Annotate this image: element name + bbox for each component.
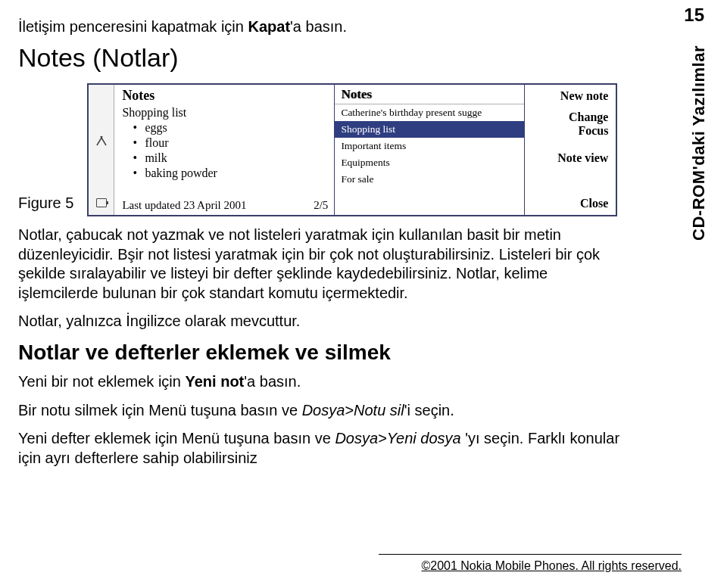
text-italic: Dosya>Yeni dosya (335, 430, 465, 446)
note-bullet: flour (122, 135, 328, 151)
note-bullet: baking powder (122, 166, 328, 181)
paragraph: Bir notu silmek için Menü tuşuna basın v… (18, 401, 624, 421)
intro-suffix: 'a basın. (290, 18, 347, 35)
note-bullet: eggs (122, 120, 328, 135)
text: 'i seçin. (404, 402, 454, 418)
battery-icon (96, 198, 107, 207)
subsection-heading: Notlar ve defterler eklemek ve silmek (18, 341, 682, 365)
note-content-pane: Notes Shopping list eggs flour milk baki… (114, 85, 334, 215)
page-number: 15 (684, 5, 704, 26)
list-item[interactable]: For sale (335, 171, 524, 188)
intro-prefix: İletişim penceresini kapatmak için (18, 18, 248, 35)
paragraph: Notlar, çabucak not yazmak ve not listel… (18, 226, 624, 303)
status-bar (89, 85, 114, 215)
close-button[interactable]: Close (528, 197, 608, 210)
device-screen: Notes Shopping list eggs flour milk baki… (87, 83, 617, 216)
section-heading: Notes (Notlar) (18, 43, 682, 73)
notes-list-header: Notes (335, 85, 524, 104)
list-item[interactable]: Shopping list (335, 121, 524, 138)
paragraph: Yeni bir not eklemek için Yeni not'a bas… (18, 372, 624, 392)
note-line: Shopping list (122, 105, 328, 120)
text: Yeni bir not eklemek için (18, 373, 186, 390)
intro-strong: Kapat (248, 18, 290, 35)
text: Yeni defter eklemek için Menü tuşuna bas… (18, 430, 335, 446)
figure-label: Figure 5 (18, 194, 73, 216)
sidebar-section-label: CD-ROM'daki Yazılımlar (689, 45, 709, 241)
figure-row: Figure 5 Notes Shopping list eggs flour … (18, 83, 682, 216)
softkey-label: Change (569, 110, 608, 123)
text-bold: Yeni not (186, 373, 245, 390)
new-note-button[interactable]: New note (528, 89, 608, 110)
svg-point-0 (100, 136, 102, 138)
paragraph: Yeni defter eklemek için Menü tuşuna bas… (18, 429, 624, 468)
softkey-pane: New note Change Focus Note view Close (525, 85, 616, 215)
text: 'a basın. (244, 373, 301, 390)
note-footer: Last updated 23 April 2001 2/5 (122, 199, 328, 212)
text: Bir notu silmek için Menü tuşuna basın v… (18, 402, 302, 418)
paragraph: Notlar, yalnızca İngilizce olarak mevcut… (18, 312, 624, 331)
page-indicator: 2/5 (314, 199, 328, 212)
note-title: Notes (122, 88, 328, 104)
list-item[interactable]: Catherine's birthday present sugge (335, 104, 524, 121)
intro-line: İletişim penceresini kapatmak için Kapat… (18, 18, 682, 36)
last-updated: Last updated 23 April 2001 (122, 199, 246, 212)
list-item[interactable]: Equipments (335, 154, 524, 171)
notes-list-pane: Notes Catherine's birthday present sugge… (334, 85, 525, 215)
signal-icon (95, 136, 108, 147)
text-italic: Dosya>Notu sil (302, 402, 404, 418)
softkey-label: Focus (578, 124, 608, 137)
change-focus-button[interactable]: Change Focus (528, 110, 608, 151)
copyright-footer: ©2001 Nokia Mobile Phones. All rights re… (379, 554, 682, 573)
list-item[interactable]: Important items (335, 138, 524, 154)
note-view-button[interactable]: Note view (528, 151, 608, 185)
note-bullet: milk (122, 151, 328, 166)
